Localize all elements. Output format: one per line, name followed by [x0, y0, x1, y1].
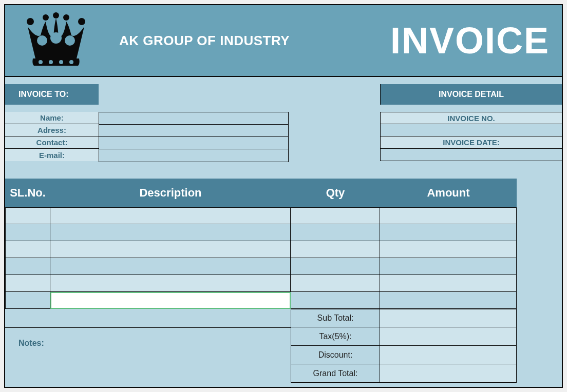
invoice-detail-block: INVOICE NO. INVOICE DATE: — [380, 112, 562, 161]
notes-label: Notes: — [18, 339, 44, 348]
invoice-no-label: INVOICE NO. — [380, 112, 562, 124]
cell-amount[interactable] — [380, 207, 517, 224]
cell-description[interactable] — [50, 258, 291, 275]
header-banner: AK GROUP OF INDUSTRY INVOICE — [5, 5, 562, 77]
invoice-date-input[interactable] — [380, 149, 562, 161]
name-label: Name: — [5, 112, 99, 124]
email-label: E-mail: — [5, 149, 99, 161]
svg-point-4 — [78, 18, 85, 25]
cell-sl[interactable] — [5, 241, 50, 258]
svg-point-0 — [27, 18, 34, 25]
email-input[interactable] — [99, 149, 288, 162]
table-row — [5, 224, 517, 241]
cell-qty[interactable] — [291, 207, 380, 224]
invoice-to-header: INVOICE TO: — [5, 84, 99, 105]
discount-value[interactable] — [380, 346, 517, 364]
invoice-to-inputs — [99, 112, 289, 162]
tax-label: Tax(5%): — [291, 327, 380, 346]
cell-sl[interactable] — [5, 207, 50, 224]
svg-point-3 — [63, 14, 69, 21]
cell-qty[interactable] — [291, 258, 380, 275]
svg-point-6 — [50, 32, 62, 44]
totals-block: Sub Total: Tax(5%): Discount: Grand Tota… — [291, 309, 517, 383]
cell-sl[interactable] — [5, 292, 50, 309]
contact-label: Contact: — [5, 136, 99, 149]
company-name: AK GROUP OF INDUSTRY — [119, 33, 366, 49]
col-amount-header: Amount — [380, 179, 517, 207]
invoice-sheet: AK GROUP OF INDUSTRY INVOICE INVOICE TO:… — [4, 4, 563, 388]
cell-sl[interactable] — [5, 224, 50, 241]
invoice-detail-header: INVOICE DETAIL — [380, 84, 562, 105]
grand-total-label: Grand Total: — [291, 364, 380, 383]
subtotal-label: Sub Total: — [291, 309, 380, 327]
tax-value[interactable] — [380, 327, 517, 346]
grand-total-value[interactable] — [380, 364, 517, 383]
svg-point-11 — [69, 60, 73, 64]
svg-point-1 — [43, 14, 49, 21]
invoice-title: INVOICE — [390, 19, 550, 62]
invoice-date-label: INVOICE DATE: — [380, 136, 562, 149]
svg-point-10 — [59, 60, 63, 64]
cell-qty[interactable] — [291, 275, 380, 292]
notes-area[interactable] — [5, 327, 291, 388]
col-description-header: Description — [50, 179, 291, 207]
cell-description[interactable] — [50, 224, 291, 241]
contact-input[interactable] — [99, 137, 288, 149]
table-row — [5, 207, 517, 224]
cell-amount[interactable] — [380, 275, 517, 292]
items-table-body — [5, 207, 517, 309]
svg-point-7 — [65, 35, 75, 46]
invoice-no-input[interactable] — [380, 124, 562, 136]
top-area: INVOICE TO: INVOICE DETAIL Name: Adress:… — [5, 77, 562, 179]
cell-description[interactable] — [50, 207, 291, 224]
address-label: Adress: — [5, 124, 99, 136]
cell-sl[interactable] — [5, 275, 50, 292]
cell-description[interactable] — [50, 241, 291, 258]
table-row — [5, 275, 517, 292]
cell-qty[interactable] — [291, 224, 380, 241]
address-input[interactable] — [99, 125, 288, 137]
table-row — [5, 292, 517, 309]
cell-amount[interactable] — [380, 258, 517, 275]
cell-amount[interactable] — [380, 292, 517, 309]
name-input[interactable] — [99, 112, 288, 125]
cell-description[interactable] — [50, 275, 291, 292]
svg-point-8 — [39, 60, 43, 64]
crown-logo-icon — [17, 12, 94, 69]
svg-point-9 — [49, 60, 53, 64]
cell-amount[interactable] — [380, 224, 517, 241]
col-sl-header: SL.No. — [5, 179, 50, 207]
table-row — [5, 241, 517, 258]
cell-sl[interactable] — [5, 258, 50, 275]
table-row — [5, 258, 517, 275]
cell-description-selected[interactable] — [50, 292, 291, 309]
svg-point-2 — [53, 12, 59, 18]
invoice-to-labels: Name: Adress: Contact: E-mail: — [5, 112, 99, 161]
discount-label: Discount: — [291, 346, 380, 364]
cell-amount[interactable] — [380, 241, 517, 258]
svg-point-5 — [37, 35, 47, 46]
col-qty-header: Qty — [291, 179, 380, 207]
subtotal-value[interactable] — [380, 309, 517, 327]
cell-qty[interactable] — [291, 292, 380, 309]
items-table-header: SL.No. Description Qty Amount — [5, 179, 517, 207]
cell-qty[interactable] — [291, 241, 380, 258]
